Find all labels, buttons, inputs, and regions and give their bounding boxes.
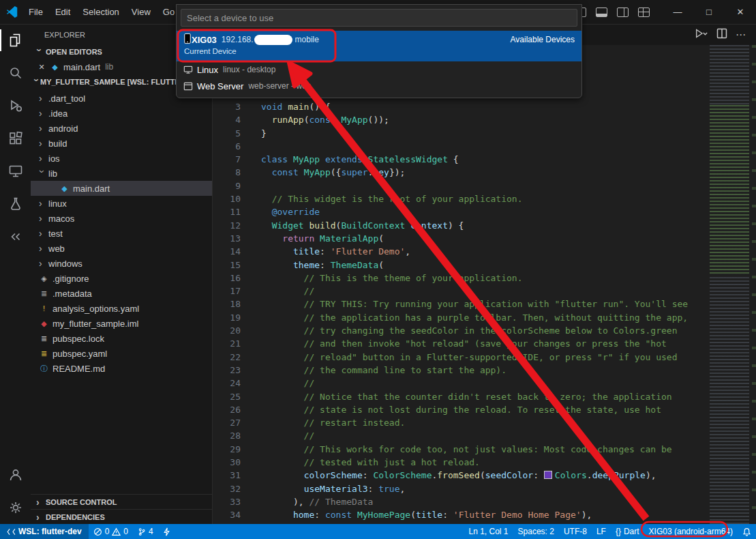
file-item-my_flutter_sample.iml[interactable]: ◆my_flutter_sample.iml [31,316,212,331]
toggle-panel-icon[interactable] [596,8,607,17]
encoding-setting[interactable]: UTF-8 [559,524,592,539]
folder-item-windows[interactable]: ›windows [31,256,212,271]
maximize-button[interactable]: □ [693,0,725,24]
testing-icon[interactable] [0,188,31,220]
code-line[interactable]: 8 const MyApp({super.key}); [212,166,707,179]
source-control-indicator[interactable]: 4 [133,524,158,539]
code-line[interactable]: 14 title: 'Flutter Demo', [212,245,707,258]
code-line[interactable]: 34 home: const MyHomePage(title: 'Flutte… [212,508,707,521]
folder-item-build[interactable]: ›build [31,136,212,151]
folder-item-lib[interactable]: ›lib [31,166,212,181]
settings-gear-icon[interactable] [0,491,31,524]
debug-status-icon[interactable] [158,524,175,539]
code-line[interactable]: 7class MyApp extends StatelessWidget { [212,153,707,166]
close-button[interactable]: ✕ [725,0,756,24]
folder-item-.idea[interactable]: ›.idea [31,106,212,121]
code-line[interactable]: 11 @override [212,205,707,218]
line-number: 4 [212,113,241,126]
code-line[interactable]: 25 // Notice that the counter didn't res… [212,390,707,403]
folder-item-web[interactable]: ›web [31,241,212,256]
folder-item-macos[interactable]: ›macos [31,211,212,226]
file-item-.gitignore[interactable]: ◈.gitignore [31,271,212,286]
toggle-secondary-sidebar-icon[interactable] [617,8,629,17]
file-item-.metadata[interactable]: ≣.metadata [31,286,212,301]
code-line[interactable]: 16 // This is the theme of your applicat… [212,272,707,285]
menu-edit[interactable]: Edit [50,5,76,19]
code-line[interactable]: 31 colorScheme: ColorScheme.fromSeed(see… [212,469,707,482]
line-text: useMaterial3: true, [241,482,405,495]
minimize-button[interactable]: — [662,0,693,24]
line-number: 18 [212,297,241,310]
code-line[interactable]: 3void main() { [212,100,707,113]
dependencies-section[interactable]: › DEPENDENCIES [31,509,212,524]
remote-indicator[interactable]: WSL: flutter-dev [0,524,89,539]
menu-file[interactable]: File [23,5,48,19]
code-line[interactable]: 30 // tested with just a hot reload. [212,456,707,469]
menu-view[interactable]: View [126,5,156,19]
code-line[interactable]: 21 // and then invoke "hot reload" (save… [212,337,707,350]
code-line[interactable]: 5} [212,127,707,140]
code-line[interactable]: 19 // the application has a purple toolb… [212,311,707,324]
code-line[interactable]: 4 runApp(const MyApp()); [212,113,707,126]
file-item-main.dart[interactable]: ◆main.dart [31,181,212,196]
code-line[interactable]: 13 return MaterialApp( [212,232,707,245]
open-editor-path: lib [105,62,113,72]
code-line[interactable]: 24 // [212,377,707,390]
code-line[interactable]: 18 // TRY THIS: Try running your applica… [212,297,707,310]
code-line[interactable]: 28 // [212,429,707,442]
minimap[interactable] [710,45,749,524]
menu-selection[interactable]: Selection [77,5,124,19]
quickpick-input[interactable]: Select a device to use [181,9,577,27]
folder-item-test[interactable]: ›test [31,226,212,241]
indentation-setting[interactable]: Spaces: 2 [513,524,559,539]
folder-item-linux[interactable]: ›linux [31,196,212,211]
customize-layout-icon[interactable] [638,8,650,17]
more-actions-icon[interactable]: ⋯ [736,29,746,41]
code-line[interactable]: 22 // reload" button in a Flutter-suppor… [212,351,707,364]
file-item-analysis_options.yaml[interactable]: !analysis_options.yaml [31,301,212,316]
code-line[interactable]: 33 ), // ThemeData [212,495,707,508]
extensions-icon[interactable] [0,122,31,155]
source-control-section[interactable]: › SOURCE CONTROL [31,494,212,509]
folder-item-android[interactable]: ›android [31,121,212,136]
device-item-linux[interactable]: Linux linux - desktop [177,61,581,78]
code-line[interactable]: 23 // the command line to start the app)… [212,364,707,377]
file-item-pubspec.yaml[interactable]: ≣pubspec.yaml [31,346,212,361]
code-line[interactable]: 20 // try changing the seedColor in the … [212,324,707,337]
code-line[interactable]: 6 [212,140,707,153]
code-line[interactable]: 26 // state is not lost during the reloa… [212,403,707,416]
folder-item-ios[interactable]: ›ios [31,151,212,166]
device-item-xig03[interactable]: XIG03 192.168. mobile Available Devices … [177,31,581,61]
code-line[interactable]: 32 useMaterial3: true, [212,482,707,495]
code-line[interactable]: 17 // [212,285,707,297]
explorer-icon[interactable] [0,24,31,57]
search-icon[interactable] [0,57,31,89]
code-line[interactable]: 29 // This works for code too, not just … [212,443,707,456]
code-editor[interactable]: Run | Debug | Profile 3void main() {4 ru… [212,45,756,524]
close-editor-icon[interactable]: ✕ [36,63,47,72]
problems-indicator[interactable]: 0 0 [89,524,133,539]
run-file-icon[interactable] [695,28,708,41]
language-mode[interactable]: {} Dart [611,524,644,539]
code-line[interactable]: 27 // restart instead. [212,416,707,429]
color-swatch[interactable] [544,471,552,479]
cursor-position[interactable]: Ln 1, Col 1 [464,524,513,539]
accounts-icon[interactable] [0,458,31,491]
device-item-web-server[interactable]: Web Server web-server - web [177,78,581,94]
file-item-pubspec.lock[interactable]: ≣pubspec.lock [31,331,212,346]
file-item-README.md[interactable]: ⓘREADME.md [31,361,212,376]
references-icon[interactable] [0,220,31,253]
notifications-bell-icon[interactable] [738,524,756,539]
code-line[interactable]: 12 Widget build(BuildContext context) { [212,219,707,232]
code-line[interactable]: 10 // This widget is the root of your ap… [212,192,707,205]
split-editor-icon[interactable] [716,28,727,41]
remote-explorer-icon[interactable] [0,155,31,188]
eol-setting[interactable]: LF [592,524,611,539]
run-debug-icon[interactable] [0,89,31,122]
code-line[interactable]: 15 theme: ThemeData( [212,259,707,272]
vscode-logo-icon [0,5,23,18]
file-type-icon: ! [39,304,49,312]
line-number: 6 [212,140,241,153]
code-line[interactable]: 9 [212,179,707,192]
device-selector[interactable]: XIG03 (android-arm64) [644,524,738,539]
